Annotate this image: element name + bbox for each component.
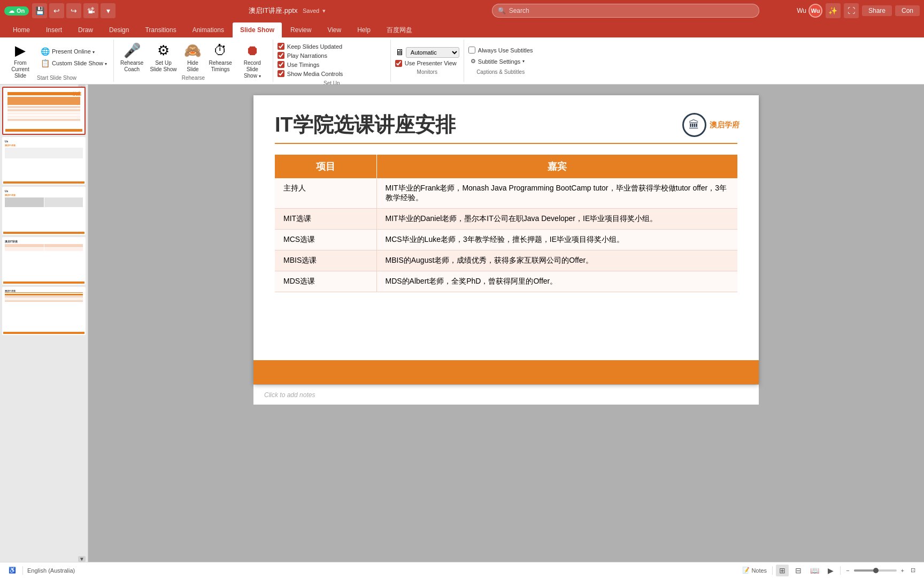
subtitle-settings-button[interactable]: ⚙ Subtitle Settings ▾: [468, 57, 533, 66]
tab-transitions[interactable]: Transitions: [137, 22, 183, 37]
present-online-button[interactable]: 🌐 Present Online ▾: [38, 46, 109, 57]
online-custom-btns: 🌐 Present Online ▾ 📋 Custom Slide Show ▾: [38, 46, 109, 69]
monitor-select-row: 🖥 Automatic: [395, 47, 459, 58]
table-row: MDS选课 MDS的Albert老师，全奖PhD，曾获得阿里的Offer。: [275, 271, 737, 292]
slide-thumb-2[interactable]: Us 澳启IT讲座: [2, 137, 86, 185]
more-icon[interactable]: ▾: [101, 3, 116, 18]
from-current-slide-button[interactable]: ▶ FromCurrent Slide: [4, 41, 36, 73]
tab-review[interactable]: Review: [283, 22, 319, 37]
con-button[interactable]: Con: [895, 5, 920, 16]
tab-view[interactable]: View: [320, 22, 349, 37]
setup-label: Set UpSlide Show: [150, 60, 176, 73]
slide-sorter-button[interactable]: ⊟: [792, 565, 805, 576]
custom-show-label: Custom Slide Show ▾: [52, 60, 107, 66]
redo-icon[interactable]: ↪: [66, 3, 81, 18]
record-slide-show-button[interactable]: ⏺ Record SlideShow ▾: [236, 41, 268, 73]
hide-slide-label: HideSlide: [183, 60, 202, 73]
ribbon-tabs: Home Insert Draw Design Transitions Anim…: [0, 21, 924, 37]
notes-area[interactable]: Click to add notes: [253, 384, 759, 405]
normal-view-button[interactable]: ⊞: [776, 565, 789, 576]
table-cell-guest-4: MBIS的August老师，成绩优秀，获得多家互联网公司的Offer。: [376, 250, 737, 271]
ribbon-group-monitors: 🖥 Automatic Use Presenter View Monitors: [391, 40, 464, 82]
notes-button[interactable]: 📝 Notes: [740, 566, 769, 575]
keep-updated-check[interactable]: Keep Slides Updated: [278, 43, 343, 50]
ribbon-group-captions: Always Use Subtitles ⚙ Subtitle Settings…: [464, 40, 537, 82]
slide-canvas[interactable]: 🏛 澳启学府 IT学院选课讲座安排 项目 嘉宾: [253, 95, 759, 384]
slide-content: 🏛 澳启学府 IT学院选课讲座安排 项目 嘉宾: [253, 95, 759, 384]
tab-draw[interactable]: Draw: [71, 22, 101, 37]
keep-updated-label: Keep Slides Updated: [287, 43, 342, 50]
custom-show-icon: 📋: [41, 59, 50, 67]
show-media-label: Show Media Controls: [287, 71, 343, 77]
zoom-slider[interactable]: [854, 569, 897, 572]
user-account[interactable]: Wu Wu: [797, 4, 822, 18]
save-icon[interactable]: 💾: [32, 3, 47, 18]
present-online-label: Present Online ▾: [52, 48, 95, 55]
setup-checkbox-list: Keep Slides Updated Play Narrations Use …: [278, 41, 343, 79]
table-cell-guest-5: MDS的Albert老师，全奖PhD，曾获得阿里的Offer。: [376, 271, 737, 292]
zoom-out-button[interactable]: −: [844, 566, 851, 575]
zoom-in-button[interactable]: +: [899, 566, 906, 575]
rehearse-timings-label: RehearseTimings: [209, 60, 232, 73]
always-subtitles-label: Always Use Subtitles: [478, 47, 533, 54]
slide-thumb-4[interactable]: 澳启IT讲座: [2, 237, 86, 285]
keep-updated-input[interactable]: [278, 43, 284, 50]
show-media-check[interactable]: Show Media Controls: [278, 70, 343, 77]
search-placeholder: Search: [509, 7, 529, 14]
zoom-slider-thumb: [873, 568, 879, 573]
slide-thumb-1[interactable]: 澳启: [2, 87, 86, 135]
table-cell-item-3: MCS选课: [275, 230, 376, 250]
fullscreen-icon[interactable]: ⛶: [844, 3, 859, 18]
monitor-select[interactable]: Automatic: [406, 47, 459, 58]
table-cell-item-4: MBIS选课: [275, 250, 376, 271]
tab-design[interactable]: Design: [102, 22, 136, 37]
user-name: Wu: [797, 7, 806, 14]
custom-slide-show-button[interactable]: 📋 Custom Slide Show ▾: [38, 58, 109, 69]
table-header-item: 项目: [275, 155, 376, 178]
presenter-view-input[interactable]: [395, 60, 402, 67]
zoom-fit-button[interactable]: ⊡: [908, 566, 918, 575]
notes-icon: 📝: [742, 567, 750, 574]
slide-1-preview: 澳启: [3, 88, 84, 134]
scroll-down-button[interactable]: ▼: [78, 556, 86, 562]
share-button[interactable]: Share: [862, 5, 892, 16]
undo-icon[interactable]: ↩: [49, 3, 64, 18]
zoom-slider-fill: [854, 569, 875, 572]
slideshow-view-button[interactable]: ▶: [824, 565, 837, 576]
setup-slideshow-button[interactable]: ⚙ Set UpSlide Show: [148, 41, 179, 73]
always-subtitles-check[interactable]: Always Use Subtitles: [468, 47, 533, 54]
search-box[interactable]: 🔍 Search: [492, 4, 759, 18]
tab-home[interactable]: Home: [5, 22, 37, 37]
slide-thumb-3[interactable]: Us 澳启IT讲座: [2, 187, 86, 235]
show-media-input[interactable]: [278, 70, 284, 77]
table-header-row: 项目 嘉宾: [275, 155, 737, 178]
from-current-icon: ▶: [15, 42, 26, 59]
toggle-label: On: [17, 7, 25, 14]
title-center: 澳启IT讲座.pptx Saved ▾: [120, 6, 454, 16]
accessibility-button[interactable]: ♿: [6, 566, 18, 575]
tab-baidu[interactable]: 百度网盘: [379, 22, 420, 37]
tab-help[interactable]: Help: [350, 22, 378, 37]
always-subtitles-input[interactable]: [468, 47, 475, 54]
ribbon-group-start-slideshow: ▶ FromCurrent Slide 🌐 Present Online ▾ 📋…: [0, 40, 114, 82]
use-timings-check[interactable]: Use Timings: [278, 61, 343, 68]
monitor-icon: 🖥: [395, 48, 404, 57]
hide-slide-button[interactable]: 🙈 HideSlide: [181, 41, 204, 73]
rehearse-timings-button[interactable]: ⏱ RehearseTimings: [206, 41, 234, 73]
presenter-view-check[interactable]: Use Presenter View: [395, 60, 459, 67]
use-timings-input[interactable]: [278, 61, 284, 68]
autosave-toggle[interactable]: ☁ On: [4, 6, 29, 16]
designer-icon[interactable]: ✨: [826, 3, 841, 18]
rehearse-coach-button[interactable]: 🎤 RehearseCoach: [118, 41, 145, 73]
present-icon[interactable]: 📽: [83, 3, 98, 18]
slide-title: IT学院选课讲座安排: [275, 111, 737, 144]
reading-view-button[interactable]: 📖: [808, 565, 821, 576]
ribbon: ▶ FromCurrent Slide 🌐 Present Online ▾ 📋…: [0, 37, 924, 85]
tab-insert[interactable]: Insert: [38, 22, 70, 37]
tab-animations[interactable]: Animations: [185, 22, 232, 37]
slide-thumb-5[interactable]: 澳启IT讲座: [2, 287, 86, 335]
play-narrations-input[interactable]: [278, 52, 284, 59]
record-icon: ⏺: [245, 42, 259, 59]
play-narrations-check[interactable]: Play Narrations: [278, 52, 343, 59]
tab-slideshow[interactable]: Slide Show: [233, 22, 282, 37]
